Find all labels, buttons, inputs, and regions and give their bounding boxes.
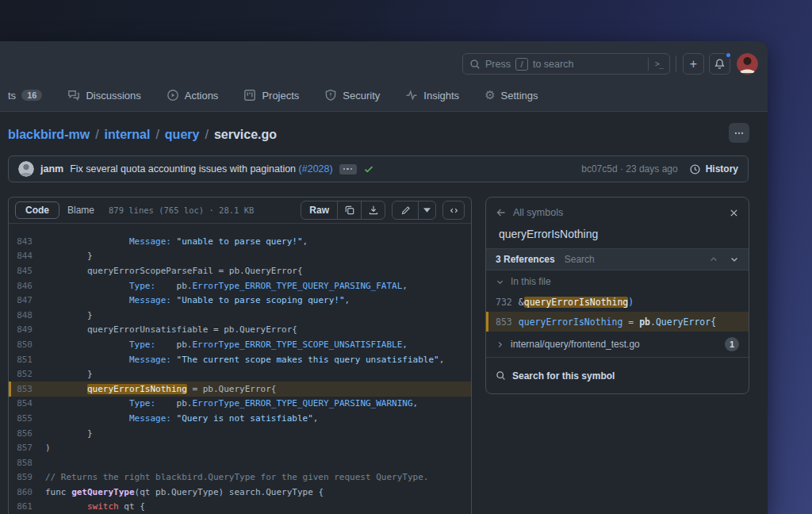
commit-pr-link[interactable]: (#2028) bbox=[299, 163, 333, 175]
create-new-button[interactable]: + bbox=[683, 53, 704, 75]
line-number[interactable]: 860 bbox=[9, 487, 45, 497]
symbols-pane-button[interactable] bbox=[442, 201, 465, 220]
in-this-file-toggle[interactable]: In this file bbox=[486, 270, 749, 293]
symbol-reference-row[interactable]: 853queryErrorIsNothing = pb.QueryError{ bbox=[486, 312, 749, 332]
line-number[interactable]: 854 bbox=[9, 398, 45, 409]
tab-insights[interactable]: Insights bbox=[399, 84, 465, 106]
next-reference-button[interactable] bbox=[730, 255, 739, 264]
app-header: Press / to search >_ + bbox=[0, 41, 768, 79]
code-line-content: } bbox=[45, 251, 93, 261]
copy-button[interactable] bbox=[337, 201, 361, 219]
line-number[interactable]: 861 bbox=[9, 501, 45, 512]
blame-tab[interactable]: Blame bbox=[59, 202, 102, 218]
breadcrumb-dir-internal[interactable]: internal bbox=[105, 128, 151, 142]
tab-security[interactable]: Security bbox=[318, 84, 386, 106]
commit-message[interactable]: Fix several quota accounting issues with… bbox=[70, 163, 332, 175]
close-symbols-button[interactable] bbox=[729, 208, 739, 218]
code-line-content: func getQueryType(qt pb.QueryType) searc… bbox=[45, 487, 324, 497]
reference-rows: 732&queryErrorIsNothing)853queryErrorIsN… bbox=[486, 293, 749, 332]
references-header: 3 References Search bbox=[486, 248, 749, 270]
tab-label: ts bbox=[8, 90, 16, 102]
close-icon bbox=[729, 208, 739, 218]
line-number[interactable]: 846 bbox=[9, 281, 45, 291]
file-reference-row[interactable]: internal/query/frontend_test.go 1 bbox=[486, 332, 749, 357]
search-placeholder-suffix: to search bbox=[533, 59, 573, 70]
commit-author-avatar[interactable] bbox=[18, 161, 34, 177]
line-number[interactable]: 850 bbox=[9, 339, 45, 350]
gear-icon: ⚙ bbox=[485, 90, 495, 102]
code-toolbar: Code Blame 879 lines (765 loc) · 28.1 KB… bbox=[9, 198, 471, 224]
code-line: 861 switch qt { bbox=[9, 500, 471, 514]
download-button[interactable] bbox=[361, 201, 385, 219]
line-number[interactable]: 858 bbox=[9, 458, 45, 468]
copy-icon bbox=[344, 205, 355, 216]
code-line: 860func getQueryType(qt pb.QueryType) se… bbox=[9, 485, 471, 500]
line-number[interactable]: 853 bbox=[9, 384, 45, 394]
code-tab[interactable]: Code bbox=[15, 201, 59, 219]
line-number[interactable]: 856 bbox=[9, 428, 45, 439]
pencil-icon bbox=[400, 205, 411, 216]
code-line: 848 } bbox=[9, 308, 471, 323]
code-line: 858 bbox=[9, 455, 471, 470]
code-line: 854 Type: pb.ErrorType_ERROR_TYPE_QUERY_… bbox=[9, 397, 471, 412]
symbols-panel-header: All symbols bbox=[486, 198, 749, 223]
file-reference-path: internal/query/frontend_test.go bbox=[511, 339, 640, 350]
chevron-down-icon bbox=[730, 255, 739, 264]
check-icon[interactable] bbox=[363, 163, 374, 175]
raw-button[interactable]: Raw bbox=[301, 201, 337, 219]
file-options-button[interactable] bbox=[729, 123, 749, 143]
slash-keycap: / bbox=[515, 58, 528, 71]
user-avatar[interactable] bbox=[737, 53, 758, 75]
desktop-background: Press / to search >_ + ts 16 bbox=[0, 0, 812, 514]
code-line-content: } bbox=[45, 310, 93, 320]
line-number[interactable]: 859 bbox=[9, 472, 45, 482]
line-number[interactable]: 845 bbox=[9, 266, 45, 276]
edit-group bbox=[392, 201, 436, 220]
pulse-icon bbox=[405, 89, 418, 102]
chevron-up-icon bbox=[709, 255, 718, 264]
code-line-content: queryErrorUnsatisfiable = pb.QueryError{ bbox=[45, 324, 297, 335]
line-number[interactable]: 844 bbox=[9, 251, 45, 261]
global-search-input[interactable]: Press / to search >_ bbox=[462, 53, 670, 75]
breadcrumb-repo-link[interactable]: blackbird-mw bbox=[8, 128, 90, 142]
breadcrumb-dir-query[interactable]: query bbox=[165, 128, 200, 142]
code-lines: 843 Message: "unable to parse query!",84… bbox=[9, 224, 471, 514]
tab-projects[interactable]: Projects bbox=[237, 84, 305, 106]
symbol-reference-row[interactable]: 732&queryErrorIsNothing) bbox=[486, 293, 749, 312]
search-icon bbox=[496, 370, 506, 381]
history-button[interactable]: History bbox=[689, 163, 738, 175]
references-search-link[interactable]: Search bbox=[565, 254, 595, 265]
search-divider bbox=[648, 58, 649, 71]
command-palette-icon[interactable]: >_ bbox=[655, 59, 663, 68]
tab-settings[interactable]: ⚙ Settings bbox=[478, 85, 544, 106]
pull-requests-counter: 16 bbox=[21, 90, 42, 101]
tab-label: Insights bbox=[423, 90, 459, 102]
commit-sha-age[interactable]: bc07c5d · 23 days ago bbox=[581, 163, 677, 175]
prev-reference-button[interactable] bbox=[709, 255, 718, 264]
tab-label: Actions bbox=[185, 90, 219, 102]
commit-expand-button[interactable] bbox=[339, 164, 357, 175]
line-number[interactable]: 849 bbox=[9, 324, 45, 335]
line-number[interactable]: 848 bbox=[9, 310, 45, 320]
line-number[interactable]: 857 bbox=[9, 443, 45, 453]
line-number[interactable]: 855 bbox=[9, 413, 45, 424]
tab-label: Projects bbox=[262, 90, 299, 102]
tab-discussions[interactable]: Discussions bbox=[61, 84, 147, 106]
user-avatar-image bbox=[737, 53, 758, 75]
arrow-left-icon[interactable] bbox=[496, 207, 507, 218]
line-number[interactable]: 847 bbox=[9, 295, 45, 305]
tab-pull-requests-partial[interactable]: ts 16 bbox=[2, 85, 48, 106]
code-line-content: Type: pb.ErrorType_ERROR_TYPE_QUERY_PARS… bbox=[45, 398, 418, 409]
all-symbols-link[interactable]: All symbols bbox=[513, 207, 563, 218]
tab-actions[interactable]: Actions bbox=[160, 84, 225, 106]
search-symbol-button[interactable]: Search for this symbol bbox=[486, 357, 749, 393]
line-number[interactable]: 852 bbox=[9, 369, 45, 379]
edit-button[interactable] bbox=[393, 201, 418, 219]
edit-dropdown-button[interactable] bbox=[418, 201, 435, 219]
line-number[interactable]: 851 bbox=[9, 355, 45, 365]
search-placeholder-prefix: Press bbox=[485, 59, 511, 70]
commit-author-name[interactable]: janm bbox=[40, 163, 63, 175]
header-divider bbox=[676, 56, 676, 72]
notifications-button[interactable] bbox=[709, 53, 730, 75]
line-number[interactable]: 843 bbox=[9, 236, 45, 247]
